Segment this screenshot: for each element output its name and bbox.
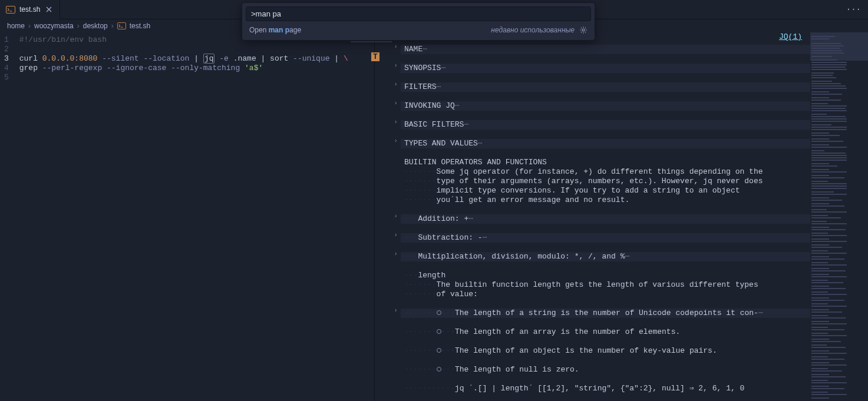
- chevron-right-icon[interactable]: ›: [395, 213, 397, 219]
- command-item-open-man-page[interactable]: Open man page недавно использованные: [246, 24, 591, 37]
- svg-rect-0: [6, 6, 15, 13]
- man-page-title: JQ(1): [779, 32, 802, 42]
- fold-basic-filters[interactable]: BASIC FILTERS⋯: [401, 120, 810, 130]
- chevron-right-icon: ›: [77, 22, 80, 30]
- fold-synopsis[interactable]: SYNOPSIS⋯: [401, 64, 810, 73]
- close-icon[interactable]: [44, 5, 54, 14]
- chevron-right-icon[interactable]: ›: [395, 62, 397, 68]
- crumb-desktop[interactable]: desktop: [83, 22, 108, 30]
- tab-label: test.sh: [19, 5, 40, 14]
- command-palette: >man pa Open man page недавно использова…: [242, 2, 595, 41]
- chevron-right-icon: ›: [111, 22, 114, 30]
- line-gutter: 1 2 3 4 5: [0, 32, 19, 401]
- fold-gutter: › › › › › › › › › ›: [375, 32, 404, 401]
- editor-left-pane[interactable]: 1 2 3 4 5 #!/usr/bin/env bash curl 0.0.0…: [0, 32, 375, 401]
- crumb-user[interactable]: woozymasta: [34, 22, 74, 30]
- chevron-right-icon[interactable]: ›: [395, 118, 397, 125]
- bullet-icon: [437, 329, 441, 334]
- editor-code[interactable]: #!/usr/bin/env bash curl 0.0.0.0:8080 --…: [19, 32, 348, 401]
- fold-li1[interactable]: ··········The length of a string is the …: [401, 309, 810, 318]
- chevron-right-icon[interactable]: ›: [395, 231, 397, 238]
- chevron-right-icon[interactable]: ›: [395, 100, 397, 106]
- chevron-right-icon: ›: [28, 22, 31, 30]
- gear-icon[interactable]: [579, 26, 588, 34]
- bullet-icon: [437, 367, 441, 372]
- editor-right-pane[interactable]: T › › › › › › › › › › JQ(1) NAME⋯ SYNOPS…: [375, 32, 868, 401]
- fold-invoking[interactable]: INVOKING JQ⋯: [401, 101, 810, 111]
- fold-subtraction[interactable]: ···Subtraction: -⋯: [401, 233, 810, 243]
- tab-test-sh[interactable]: test.sh: [0, 0, 60, 19]
- fold-name[interactable]: NAME⋯: [401, 45, 810, 54]
- crumb-home[interactable]: home: [7, 22, 25, 30]
- fold-addition[interactable]: ···Addition: +⋯: [401, 214, 810, 224]
- fold-types-values[interactable]: TYPES AND VALUES⋯: [401, 139, 810, 148]
- chevron-right-icon[interactable]: ›: [395, 250, 397, 257]
- fold-muldiv[interactable]: ···Multiplication, division, modulo: *, …: [401, 252, 810, 261]
- shell-file-icon: [117, 22, 126, 29]
- chevron-right-icon[interactable]: ›: [395, 137, 397, 144]
- svg-point-4: [582, 29, 585, 31]
- minimap-right[interactable]: /* drawn via static divs below */: [810, 32, 868, 401]
- bullet-icon: [437, 348, 441, 353]
- fold-filters[interactable]: FILTERS⋯: [401, 82, 810, 92]
- minimap-left[interactable]: [348, 32, 374, 401]
- more-actions-icon[interactable]: ···: [839, 5, 868, 14]
- chevron-right-icon[interactable]: ›: [395, 307, 397, 313]
- crumb-file[interactable]: test.sh: [130, 22, 150, 30]
- bullet-icon: [437, 310, 441, 315]
- command-input[interactable]: >man pa: [246, 6, 591, 21]
- man-page-content[interactable]: JQ(1) NAME⋯ SYNOPSIS⋯ FILTERS⋯ INVOKING …: [404, 32, 810, 401]
- chevron-right-icon[interactable]: ›: [395, 43, 397, 49]
- recent-label: недавно использованные: [491, 26, 575, 34]
- svg-rect-2: [117, 22, 126, 29]
- chevron-right-icon[interactable]: ›: [395, 81, 397, 87]
- shell-file-icon: [6, 5, 15, 14]
